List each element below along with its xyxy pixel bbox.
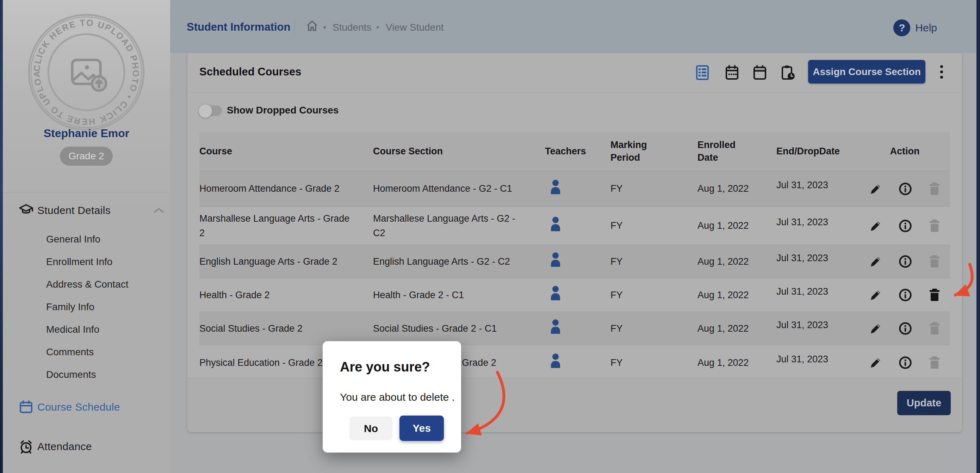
sidebar-item-student-details[interactable]: Student Details <box>3 201 170 220</box>
upload-photo-circle[interactable]: CLICK HERE TO UPLOAD PHOTO • CLICK HERE … <box>26 12 146 132</box>
trash-icon[interactable] <box>928 182 942 196</box>
info-icon[interactable] <box>898 356 912 370</box>
window-right-edge[interactable] <box>977 0 980 473</box>
grade-badge: Grade 2 <box>60 147 113 166</box>
edit-pencil-icon[interactable] <box>869 288 883 302</box>
page-header: Student Information • Students • View St… <box>170 0 977 53</box>
sidebar-subitem-label: Family Info <box>46 301 94 313</box>
scheduled-courses-table: Course Course Section Teachers Marking P… <box>199 132 950 380</box>
teacher-person-icon[interactable] <box>549 252 562 267</box>
yes-button[interactable]: Yes <box>399 416 444 441</box>
trash-icon[interactable] <box>928 356 942 370</box>
breadcrumb-students[interactable]: Students <box>332 22 372 33</box>
breadcrumb-separator: • <box>323 22 326 33</box>
sidebar-item-address-contact[interactable]: Address & Contact <box>3 275 170 294</box>
cell-marking-period: FY <box>611 218 697 233</box>
table-view-icon[interactable] <box>696 65 710 80</box>
sidebar-item-attendance[interactable]: Attendance <box>3 437 170 456</box>
trash-icon-active[interactable] <box>928 288 942 302</box>
sidebar-item-family-info[interactable]: Family Info <box>3 298 170 317</box>
cell-end-dropdate: Jul 31, 2023 <box>776 178 859 193</box>
sidebar-item-general-info[interactable]: General Info <box>3 230 170 249</box>
cell-course-section: English Language Arts - G2 - C2 <box>373 255 545 269</box>
info-icon[interactable] <box>898 322 912 336</box>
sidebar-item-comments[interactable]: Comments <box>3 342 170 362</box>
dialog-message: You are about to delete . <box>340 391 455 403</box>
cell-course: Marshallese Language Arts - Grade 2 <box>199 212 373 240</box>
col-header-course-section: Course Section <box>373 145 545 158</box>
scheduled-courses-panel: Scheduled Courses <box>188 53 962 432</box>
cell-enrolled-date: Aug 1, 2022 <box>697 356 776 370</box>
teacher-person-icon[interactable] <box>549 319 562 334</box>
cell-marking-period: FY <box>611 255 697 269</box>
edit-pencil-icon[interactable] <box>869 182 883 196</box>
update-button[interactable]: Update <box>897 391 951 415</box>
teacher-person-icon[interactable] <box>549 285 562 300</box>
sidebar-item-course-schedule[interactable]: Course Schedule <box>3 398 170 417</box>
cell-course-section: Homeroom Attendance - G2 - C1 <box>373 182 545 196</box>
edit-pencil-icon[interactable] <box>869 219 883 233</box>
teacher-person-icon[interactable] <box>549 353 562 368</box>
col-header-end-dropdate: End/DropDate <box>776 145 859 158</box>
graduation-cap-icon <box>18 203 34 218</box>
edit-pencil-icon[interactable] <box>869 356 883 370</box>
calendar-blank-icon[interactable] <box>753 65 767 80</box>
teacher-person-icon[interactable] <box>549 217 562 231</box>
table-row: Social Studies - Grade 2 Social Studies … <box>199 312 950 346</box>
cell-course: Social Studies - Grade 2 <box>199 322 373 336</box>
window-left-edge <box>0 0 3 473</box>
teacher-person-icon[interactable] <box>549 179 562 194</box>
info-icon[interactable] <box>898 255 912 269</box>
table-row: Health - Grade 2 Health - Grade 2 - C1 F… <box>199 279 950 312</box>
edit-pencil-icon[interactable] <box>869 322 883 336</box>
trash-icon[interactable] <box>928 255 942 269</box>
kebab-menu-icon[interactable] <box>937 64 946 80</box>
panel-title: Scheduled Courses <box>199 65 301 78</box>
cell-enrolled-date: Aug 1, 2022 <box>697 288 776 303</box>
info-icon[interactable] <box>898 219 912 233</box>
chevron-up-icon[interactable] <box>154 208 164 213</box>
toggle-label: Show Dropped Courses <box>227 105 339 116</box>
help-button[interactable]: ? Help <box>893 19 937 36</box>
sidebar-divider <box>3 192 170 193</box>
sidebar-subitem-label: Medical Info <box>46 324 99 335</box>
assign-course-section-button[interactable]: Assign Course Section <box>808 60 925 84</box>
info-icon[interactable] <box>898 182 912 196</box>
cell-enrolled-date: Aug 1, 2022 <box>697 255 776 269</box>
sidebar-item-enrollment-info[interactable]: Enrollment Info <box>3 252 170 271</box>
calendar-dots-icon[interactable] <box>725 65 739 80</box>
cell-end-dropdate: Jul 31, 2023 <box>776 215 859 229</box>
clipboard-clock-icon[interactable] <box>781 65 795 80</box>
breadcrumb-divider <box>294 19 295 35</box>
image-placeholder-icon <box>72 60 106 91</box>
edit-pencil-icon[interactable] <box>869 255 883 269</box>
table-row: English Language Arts - Grade 2 English … <box>199 245 950 279</box>
table-row: Marshallese Language Arts - Grade 2 Mars… <box>199 207 950 245</box>
student-name: Stephanie Emor <box>3 127 170 140</box>
trash-icon[interactable] <box>928 219 942 233</box>
breadcrumb-separator: • <box>376 22 379 33</box>
sidebar-item-label: Attendance <box>37 441 92 452</box>
col-header-enrolled-date: Enrolled Date <box>697 139 737 164</box>
cell-enrolled-date: Aug 1, 2022 <box>697 182 776 196</box>
cell-marking-period: FY <box>611 356 697 370</box>
home-icon[interactable] <box>306 20 318 34</box>
cell-end-dropdate: Jul 31, 2023 <box>776 318 859 332</box>
calendar-icon <box>18 399 34 415</box>
info-icon[interactable] <box>898 288 912 302</box>
cell-end-dropdate: Jul 31, 2023 <box>776 251 859 265</box>
sidebar-subitem-label: Enrollment Info <box>46 256 112 268</box>
sidebar-item-medical-info[interactable]: Medical Info <box>3 320 170 339</box>
col-header-action: Action <box>859 145 950 158</box>
show-dropped-courses-toggle[interactable] <box>199 105 222 116</box>
sidebar-item-documents[interactable]: Documents <box>3 365 170 384</box>
cell-course-section: Health - Grade 2 - C1 <box>373 288 545 303</box>
table-header-row: Course Course Section Teachers Marking P… <box>199 132 950 171</box>
trash-icon[interactable] <box>928 322 942 336</box>
sidebar-subitem-label: General Info <box>46 234 100 245</box>
col-header-marking-period: Marking Period <box>611 139 654 164</box>
no-button[interactable]: No <box>350 417 393 440</box>
help-icon: ? <box>893 19 910 36</box>
cell-marking-period: FY <box>611 322 697 336</box>
dialog-title: Are you sure? <box>340 360 430 375</box>
